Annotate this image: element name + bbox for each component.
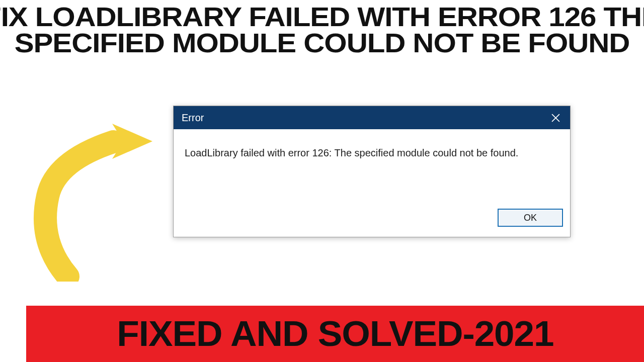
footer-banner: FIXED AND SOLVED-2021 (26, 306, 644, 362)
pointer-arrow-icon (28, 116, 174, 282)
dialog-title: Error (182, 112, 204, 124)
close-button[interactable] (541, 106, 570, 129)
dialog-message: LoadLibrary failed with error 126: The s… (174, 129, 570, 205)
dialog-titlebar: Error (174, 106, 570, 129)
dialog-footer: OK (174, 205, 570, 237)
close-icon (551, 114, 560, 122)
ok-button[interactable]: OK (498, 209, 563, 227)
error-dialog: Error LoadLibrary failed with error 126:… (173, 106, 571, 237)
thumbnail-headline: FIX LOADLIBRARY FAILED WITH ERROR 126 TH… (0, 4, 644, 56)
banner-text: FIXED AND SOLVED-2021 (117, 314, 553, 354)
